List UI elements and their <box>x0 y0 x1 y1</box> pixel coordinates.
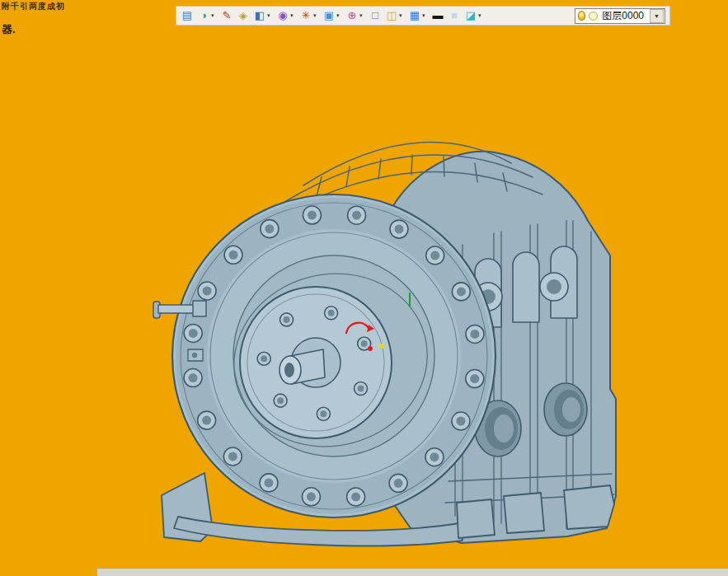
dropdown-arrow[interactable]: ▾ <box>336 12 342 19</box>
toolbar-icon-group: ▤◑▾✎◈◧▾◉▾✳▾▣▾⊕▾□◫▾▦▾▬■◪▾ <box>181 9 484 22</box>
display-toolbar: ▤◑▾✎◈◧▾◉▾✳▾▣▾⊕▾□◫▾▦▾▬■◪▾ 图层0000 ▼ <box>176 6 670 26</box>
dropdown-arrow[interactable]: ▾ <box>422 12 428 19</box>
iso-box-icon[interactable]: ◈ <box>237 9 250 22</box>
tile-window-icon-glyph: ◫ <box>385 9 398 22</box>
render-style-icon[interactable]: ◑▾ <box>197 9 217 22</box>
layer-combo[interactable]: 图层0000 ▼ <box>575 8 665 24</box>
locate-target-icon[interactable]: ⊕▾ <box>345 9 365 22</box>
dropdown-arrow[interactable]: ▾ <box>399 12 405 19</box>
brush-icon[interactable]: ✎ <box>220 9 233 22</box>
bottom-strip <box>97 568 728 576</box>
monitor-icon[interactable]: ▦▾ <box>408 9 428 22</box>
brush-icon-glyph: ✎ <box>220 9 233 22</box>
dropdown-arrow[interactable]: ▾ <box>267 12 273 19</box>
iso-box-icon-glyph: ◈ <box>237 9 250 22</box>
layer-dropdown-button[interactable]: ▼ <box>650 9 664 23</box>
wheel-icon-glyph: ✳ <box>299 9 312 22</box>
dropdown-arrow[interactable]: ▾ <box>478 12 484 19</box>
layer-visibility-bulb-icon[interactable] <box>578 11 585 21</box>
image-display-icon-glyph: ▣ <box>322 9 336 22</box>
model-viewport <box>0 0 728 576</box>
window-icon-glyph: □ <box>369 9 382 22</box>
tile-window-icon[interactable]: ◫▾ <box>385 9 405 22</box>
material-ball-icon[interactable]: ◉▾ <box>276 9 296 22</box>
solid-box-icon-glyph: ◧ <box>253 9 266 22</box>
corner-text-fragment: 附千引两度成初 <box>2 1 65 12</box>
layers-icon-glyph: ◪ <box>464 9 477 22</box>
line-width-icon-glyph: ▬ <box>431 9 444 22</box>
import-icon[interactable]: ▤ <box>181 9 194 22</box>
drawing-canvas[interactable] <box>0 0 728 576</box>
wheel-icon[interactable]: ✳▾ <box>299 9 319 22</box>
color-swatch-icon-glyph: ■ <box>448 9 461 22</box>
current-layer-label: 图层0000 <box>598 9 648 23</box>
model-3d-rotary-housing[interactable] <box>153 143 616 546</box>
front-cover <box>240 287 392 438</box>
import-icon-glyph: ▤ <box>181 9 194 22</box>
layer-color-swatch[interactable] <box>589 12 598 21</box>
material-ball-icon-glyph: ◉ <box>276 9 289 22</box>
dropdown-arrow[interactable]: ▾ <box>290 12 296 19</box>
image-display-icon[interactable]: ▣▾ <box>322 9 342 22</box>
dropdown-arrow[interactable]: ▾ <box>211 12 217 19</box>
solid-box-icon[interactable]: ◧▾ <box>253 9 273 22</box>
color-swatch-icon[interactable]: ■ <box>448 9 461 22</box>
dropdown-arrow[interactable]: ▾ <box>313 12 319 19</box>
dropdown-arrow[interactable]: ▾ <box>359 12 365 19</box>
corner-text-fragment-2: 器. <box>2 22 16 37</box>
window-icon[interactable]: □ <box>369 9 382 22</box>
line-width-icon[interactable]: ▬ <box>431 9 444 22</box>
monitor-icon-glyph: ▦ <box>408 9 421 22</box>
render-style-icon-glyph: ◑ <box>197 9 210 22</box>
locate-target-icon-glyph: ⊕ <box>345 9 359 22</box>
layers-icon[interactable]: ◪▾ <box>464 9 484 22</box>
